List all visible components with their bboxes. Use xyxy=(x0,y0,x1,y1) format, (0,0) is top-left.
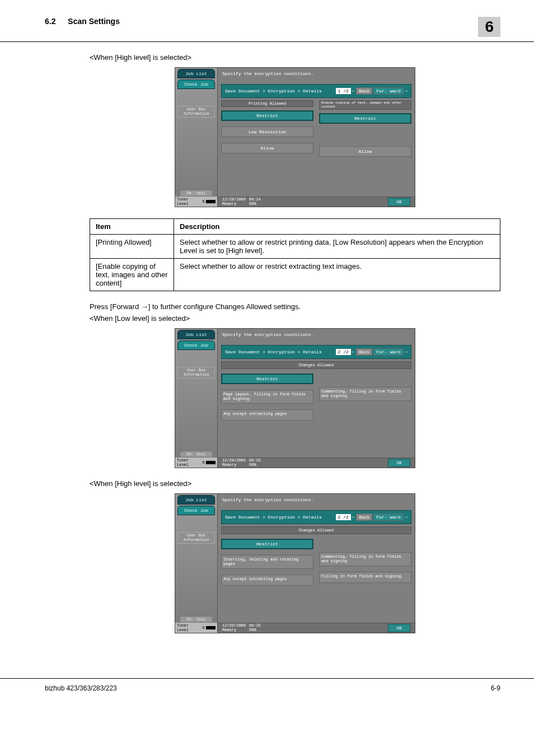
arrow-right-icon: → xyxy=(405,88,407,94)
changes-allowed-header: Changes Allowed xyxy=(221,526,411,534)
detail-tab[interactable]: De- tail xyxy=(180,190,213,197)
breadcrumb-bar: Save Document > Encryption > Details 2 /… xyxy=(221,510,411,524)
user-box-info[interactable]: User Box Information xyxy=(177,367,215,379)
opt-low-resolution[interactable]: Low Resolution xyxy=(221,127,313,137)
tab-job-list[interactable]: Job List xyxy=(177,495,215,505)
back-button[interactable]: Back xyxy=(356,87,372,95)
memory-label: Memory xyxy=(222,463,246,468)
screen-instruction: Specify the encryption conditions. xyxy=(218,68,415,78)
memory-value: 99% xyxy=(249,463,261,468)
col-header-printing: Printing Allowed xyxy=(221,100,313,107)
nav-controls: 2 /2 ← Back For- ward → xyxy=(336,514,407,521)
arrow-right-icon: → xyxy=(405,515,407,520)
arrow-left-icon: ← xyxy=(352,515,355,520)
page-indicator: 2 /2 xyxy=(336,349,351,355)
nav-controls: 1 /2 ← Back For- ward → xyxy=(336,87,407,95)
opt-any-except[interactable]: Any except extracting pages xyxy=(221,409,313,421)
page-footer: bizhub 423/363/283/223 6-9 xyxy=(0,678,534,709)
th-item: Item xyxy=(90,219,174,235)
footer-model: bizhub 423/363/283/223 xyxy=(45,684,117,692)
back-button[interactable]: Back xyxy=(356,348,372,356)
screen-left-panel: Job List Check Job User Box Information … xyxy=(175,494,218,633)
forward-button[interactable]: For- ward xyxy=(373,87,403,95)
opt-restrict-copy[interactable]: Restrict xyxy=(319,113,411,124)
ok-button[interactable]: OK xyxy=(388,459,410,467)
tab-check-job[interactable]: Check Job xyxy=(177,340,215,350)
toner-k: K xyxy=(203,199,205,204)
press-forward-text: Press [Forward →] to further configure C… xyxy=(90,302,500,311)
toner-level: Toner Level K xyxy=(175,458,217,468)
td-item-printing: [Printing Allowed] xyxy=(90,235,174,259)
toner-label: Toner Level xyxy=(177,623,202,632)
toner-k: K xyxy=(203,626,205,630)
detail-tab[interactable]: De- tail xyxy=(180,616,213,623)
screen-footer: 12/29/2009 Memory 09:24 99% OK xyxy=(218,197,415,207)
opt-allow-print[interactable]: Allow xyxy=(221,143,313,153)
caption-low: <When [Low level] is selected> xyxy=(90,314,500,323)
page-indicator: 2 /2 xyxy=(336,514,351,520)
toner-bar xyxy=(206,626,216,629)
screen-left-panel: Job List Check Job User Box Information … xyxy=(175,68,218,207)
section-title: Scan Settings xyxy=(68,17,120,26)
arrow-left-icon: ← xyxy=(352,349,355,355)
page-indicator: 1 /2 xyxy=(336,88,351,94)
toner-bar xyxy=(206,200,216,203)
breadcrumb-bar: Save Document > Encryption > Details 2 /… xyxy=(221,345,411,359)
screen-body: Changes Allowed Restrict Inserting, dele… xyxy=(218,524,415,594)
section-heading: 6.2 Scan Settings xyxy=(45,17,120,26)
page-header: 6.2 Scan Settings 6 xyxy=(0,0,534,42)
col-printing-allowed: Printing Allowed Restrict Low Resolution… xyxy=(221,100,313,162)
detail-tab[interactable]: De- tail xyxy=(180,451,213,458)
td-desc-printing: Select whether to allow or restrict prin… xyxy=(174,235,500,259)
col-enable-copying: Enable copying of text, images and other… xyxy=(319,100,411,162)
opt-restrict[interactable]: Restrict xyxy=(221,374,313,384)
caption-high-1: <When [High level] is selected> xyxy=(90,53,500,62)
datetime-area: 12/29/2009 Memory 09:25 99% xyxy=(222,624,261,632)
memory-value: 99% xyxy=(249,628,261,633)
col-header-copying: Enable copying of text, images and other… xyxy=(319,100,411,110)
screen-footer: 12/29/2009 Memory 09:25 99% OK xyxy=(218,623,415,633)
screen-changes-high: Job List Check Job User Box Information … xyxy=(175,493,415,633)
arrow-right-icon: → xyxy=(405,349,407,355)
nav-controls: 2 /2 ← Back For- ward → xyxy=(336,348,407,356)
opt-any-except[interactable]: Any except extracting pages xyxy=(221,575,313,586)
opt-filling[interactable]: Filling in form fields and signing. xyxy=(319,572,411,583)
tab-job-list[interactable]: Job List xyxy=(177,69,215,78)
screen-footer: 12/29/2009 Memory 09:25 99% OK xyxy=(218,458,415,468)
memory-value: 99% xyxy=(249,202,261,207)
arrow-left-icon: ← xyxy=(352,88,355,94)
forward-button[interactable]: For- ward xyxy=(373,348,403,356)
tab-check-job[interactable]: Check Job xyxy=(177,80,215,89)
opt-page-layout[interactable]: Page layout, filling in form fields and … xyxy=(221,390,313,404)
td-desc-copying: Select whether to allow or restrict extr… xyxy=(174,259,500,291)
datetime-area: 12/29/2009 Memory 09:25 99% xyxy=(222,459,261,467)
screen-body: Changes Allowed Restrict Page layout, fi… xyxy=(218,359,415,428)
tab-job-list[interactable]: Job List xyxy=(177,330,215,339)
opt-commenting[interactable]: Commenting, filling in form fields and s… xyxy=(319,387,411,401)
screen-right-panel: Specify the encryption conditions. Save … xyxy=(218,68,415,207)
caption-high-2: <When [High level] is selected> xyxy=(90,479,500,488)
opt-inserting[interactable]: Inserting, deleting and rotating pages xyxy=(221,555,313,569)
toner-label: Toner Level xyxy=(177,197,202,206)
screen-right-panel: Specify the encryption conditions. Save … xyxy=(218,494,415,633)
forward-button[interactable]: For- ward xyxy=(373,514,403,521)
opt-commenting[interactable]: Commenting, filling in form fields and s… xyxy=(319,552,411,566)
td-item-copying: [Enable copying of text, images and othe… xyxy=(90,259,174,291)
user-box-info[interactable]: User Box Information xyxy=(177,106,215,118)
ok-button[interactable]: OK xyxy=(388,198,410,206)
opt-allow-copy[interactable]: Allow xyxy=(319,146,411,157)
memory-label: Memory xyxy=(222,202,246,207)
toner-level: Toner Level K xyxy=(175,623,217,633)
user-box-info[interactable]: User Box Information xyxy=(177,532,215,544)
toner-k: K xyxy=(203,460,205,465)
tab-check-job[interactable]: Check Job xyxy=(177,506,215,515)
screen-instruction: Specify the encryption conditions. xyxy=(218,329,415,339)
opt-restrict[interactable]: Restrict xyxy=(221,539,313,549)
memory-label: Memory xyxy=(222,628,246,633)
ok-button[interactable]: OK xyxy=(388,624,410,632)
opt-restrict-print[interactable]: Restrict xyxy=(221,110,313,121)
breadcrumb: Save Document > Encryption > Details xyxy=(225,88,322,94)
back-button[interactable]: Back xyxy=(356,514,372,521)
toner-level: Toner Level K xyxy=(175,197,217,207)
screen-right-panel: Specify the encryption conditions. Save … xyxy=(218,329,415,468)
